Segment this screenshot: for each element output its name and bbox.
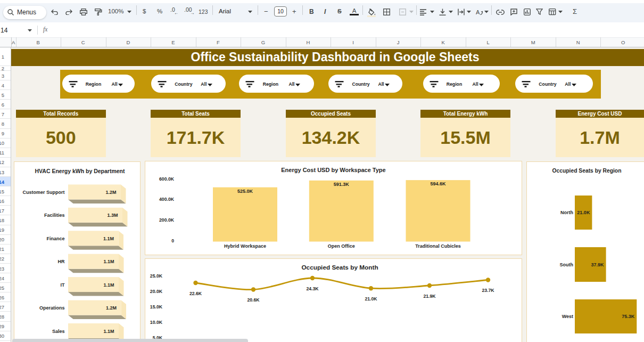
svg-text:600.0K: 600.0K xyxy=(159,176,175,182)
svg-text:23.7K: 23.7K xyxy=(482,288,494,293)
svg-text:21.0K: 21.0K xyxy=(365,296,377,302)
svg-text:Traditional Cubicles: Traditional Cubicles xyxy=(415,243,461,249)
svg-text:15.0K: 15.0K xyxy=(150,304,163,310)
svg-text:1.2M: 1.2M xyxy=(106,305,117,311)
svg-text:25.0K: 25.0K xyxy=(150,273,163,279)
svg-text:Facilities: Facilities xyxy=(44,213,65,218)
svg-text:1.1M: 1.1M xyxy=(103,236,114,241)
svg-text:21.9K: 21.9K xyxy=(423,294,436,299)
svg-text:Operations: Operations xyxy=(39,305,65,311)
svg-text:400.0K: 400.0K xyxy=(159,197,175,202)
svg-text:21.0K: 21.0K xyxy=(577,210,590,215)
svg-text:Customer Support: Customer Support xyxy=(22,190,64,195)
svg-text:Open Office: Open Office xyxy=(328,243,355,249)
svg-text:Finance: Finance xyxy=(46,236,64,241)
svg-text:20.6K: 20.6K xyxy=(247,297,260,303)
svg-text:1.3M: 1.3M xyxy=(107,213,118,218)
svg-text:South: South xyxy=(560,262,574,267)
svg-text:10.0K: 10.0K xyxy=(150,320,163,325)
svg-text:22.6K: 22.6K xyxy=(189,291,202,296)
svg-text:IT: IT xyxy=(61,282,65,288)
svg-text:200.0K: 200.0K xyxy=(159,217,175,223)
svg-text:594.6K: 594.6K xyxy=(430,181,446,186)
svg-text:North: North xyxy=(560,210,573,215)
svg-text:Hybrid Workspace: Hybrid Workspace xyxy=(224,243,266,249)
svg-text:0: 0 xyxy=(171,238,174,243)
svg-text:1.2M: 1.2M xyxy=(105,190,116,195)
svg-text:20.0K: 20.0K xyxy=(150,289,163,294)
svg-text:Sales: Sales xyxy=(52,329,65,334)
svg-text:1.1M: 1.1M xyxy=(103,329,114,334)
svg-text:HR: HR xyxy=(58,259,65,264)
svg-text:1.1M: 1.1M xyxy=(103,282,114,288)
svg-text:24.3K: 24.3K xyxy=(306,286,319,291)
svg-text:75.3K: 75.3K xyxy=(622,314,635,319)
svg-text:West: West xyxy=(562,314,573,319)
svg-text:525.0K: 525.0K xyxy=(237,189,253,194)
svg-text:591.3K: 591.3K xyxy=(334,182,350,187)
svg-text:1.1M: 1.1M xyxy=(103,259,114,264)
svg-text:37.9K: 37.9K xyxy=(591,262,605,267)
